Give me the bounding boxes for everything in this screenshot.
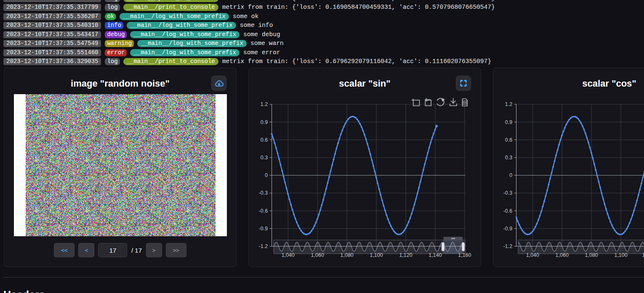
svg-text:-0.3: -0.3 [503, 190, 513, 196]
svg-text:1,100: 1,100 [370, 252, 383, 258]
svg-text:0.3: 0.3 [261, 155, 268, 161]
svg-text:1.2: 1.2 [261, 101, 268, 107]
svg-text:1,040: 1,040 [282, 252, 295, 258]
svg-text:1,080: 1,080 [341, 252, 354, 258]
svg-text:0.9: 0.9 [261, 119, 268, 125]
svg-text:-0.9: -0.9 [259, 226, 268, 232]
svg-text:0.3: 0.3 [505, 155, 512, 161]
svg-text:-0.6: -0.6 [503, 208, 513, 214]
svg-text:-0.6: -0.6 [259, 208, 268, 214]
svg-text:0.6: 0.6 [505, 137, 512, 143]
svg-text:0: 0 [265, 172, 268, 178]
svg-text:-1.2: -1.2 [503, 243, 513, 249]
svg-text:0.9: 0.9 [505, 119, 512, 125]
svg-text:1.2: 1.2 [505, 101, 512, 107]
svg-text:1,100: 1,100 [614, 252, 627, 258]
svg-text:1,120: 1,120 [399, 252, 412, 258]
svg-text:-0.3: -0.3 [259, 190, 268, 196]
svg-text:1,140: 1,140 [428, 252, 442, 258]
svg-text:0.6: 0.6 [261, 137, 268, 143]
svg-text:1,060: 1,060 [556, 252, 569, 258]
svg-text:1,080: 1,080 [585, 252, 598, 258]
svg-text:1,060: 1,060 [311, 252, 324, 258]
svg-text:1,160: 1,160 [458, 252, 471, 258]
svg-text:0: 0 [509, 172, 512, 178]
svg-text:-1.2: -1.2 [259, 243, 268, 249]
svg-text:-0.9: -0.9 [503, 226, 513, 232]
svg-text:1,120: 1,120 [642, 252, 644, 258]
svg-text:1,040: 1,040 [526, 252, 539, 258]
